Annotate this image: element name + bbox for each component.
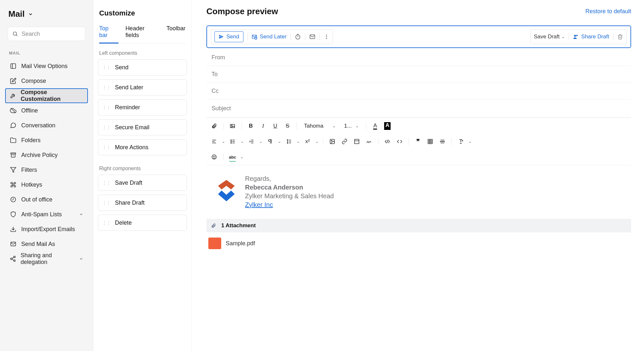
- right-components-label: Right components: [98, 159, 187, 175]
- component-send[interactable]: ⋮⋮Send: [98, 59, 187, 75]
- svg-point-11: [14, 256, 15, 258]
- bold-button[interactable]: B: [246, 121, 255, 131]
- svg-point-22: [326, 34, 327, 35]
- attachment-filename: Sample.pdf: [226, 240, 255, 247]
- component-more-actions[interactable]: ⋮⋮More Actions: [98, 139, 187, 155]
- sidebar-item-conversation[interactable]: Conversation: [5, 118, 88, 133]
- code-button[interactable]: [395, 137, 404, 146]
- sidebar-title-row[interactable]: Mail: [5, 6, 88, 27]
- more-actions-button[interactable]: [324, 34, 329, 40]
- sidebar-item-hotkeys[interactable]: Hotkeys: [5, 177, 88, 192]
- direction-button[interactable]: [266, 137, 275, 146]
- quote-button[interactable]: ❞: [413, 137, 422, 146]
- underline-button[interactable]: U: [271, 121, 280, 131]
- superscript-button[interactable]: x²: [303, 137, 312, 146]
- svg-point-23: [326, 36, 327, 37]
- component-reminder[interactable]: ⋮⋮Reminder: [98, 99, 187, 115]
- search-input[interactable]: [8, 27, 85, 41]
- text-color-button[interactable]: A: [371, 121, 380, 131]
- pdf-file-icon: [208, 238, 221, 249]
- font-family-select[interactable]: Tahoma⌄: [301, 121, 338, 131]
- sidebar-title: Mail: [8, 9, 25, 19]
- sidebar-item-send-mail-as[interactable]: Send Mail As: [5, 237, 88, 251]
- align-button[interactable]: [210, 137, 219, 146]
- svg-line-14: [12, 257, 14, 258]
- divider: [223, 153, 223, 161]
- line-height-button[interactable]: [284, 137, 293, 146]
- customize-tabs: Top bar Header fields Toolbar: [98, 25, 187, 44]
- list-button[interactable]: [228, 137, 237, 146]
- sidebar-item-out-of-office[interactable]: Out of office: [5, 192, 88, 207]
- svg-rect-5: [11, 153, 16, 154]
- sidebar-item-archive-policy[interactable]: Archive Policy: [5, 148, 88, 162]
- component-save-draft[interactable]: ⋮⋮Save Draft: [98, 175, 187, 191]
- link-button[interactable]: [340, 137, 349, 146]
- component-label: More Actions: [115, 144, 148, 151]
- sidebar-item-offline[interactable]: Offline: [5, 103, 88, 118]
- component-delete[interactable]: ⋮⋮Delete: [98, 215, 187, 231]
- svg-rect-47: [355, 139, 359, 144]
- subject-field[interactable]: Subject: [206, 100, 631, 118]
- save-draft-button[interactable]: Save Draft ⌄: [534, 34, 565, 40]
- sidebar-item-mail-view-options[interactable]: Mail View Options: [5, 59, 88, 73]
- sidebar-item-import-export[interactable]: Import/Export Emails: [5, 222, 88, 237]
- component-send-later[interactable]: ⋮⋮Send Later: [98, 79, 187, 95]
- inline-image-button[interactable]: [328, 137, 337, 146]
- sidebar-item-folders[interactable]: Folders: [5, 133, 88, 148]
- chevron-down-icon: ⌄: [240, 155, 243, 159]
- delete-button[interactable]: [617, 34, 623, 40]
- cc-field[interactable]: Cc: [206, 83, 631, 100]
- sidebar-item-compose[interactable]: Compose: [5, 73, 88, 88]
- sidebar-item-anti-spam[interactable]: Anti-Spam Lists: [5, 207, 88, 222]
- sidebar-item-filters[interactable]: Filters: [5, 162, 88, 177]
- attachment-chip[interactable]: Sample.pdf: [206, 236, 260, 249]
- html-button[interactable]: [383, 137, 392, 146]
- tab-header-fields[interactable]: Header fields: [126, 25, 159, 44]
- sidebar-item-sharing-delegation[interactable]: Sharing and delegation: [5, 251, 88, 266]
- restore-default-link[interactable]: Restore to default: [585, 8, 631, 15]
- svg-point-46: [331, 140, 332, 141]
- chevron-down-icon: [79, 257, 83, 261]
- signature-button[interactable]: [365, 137, 374, 146]
- tab-top-bar[interactable]: Top bar: [99, 25, 118, 44]
- send-button[interactable]: Send: [214, 31, 243, 42]
- emoji-button[interactable]: [210, 152, 219, 162]
- save-draft-label: Save Draft: [534, 34, 560, 40]
- sidebar-item-compose-customization[interactable]: Compose Customization: [5, 88, 88, 103]
- divider: [366, 122, 366, 130]
- compose-body[interactable]: Regards, Rebecca Anderson Zylker Marketi…: [206, 165, 631, 219]
- sidebar-item-label: Hotkeys: [21, 181, 42, 188]
- table-insert-button[interactable]: [352, 137, 361, 146]
- archive-icon: [10, 152, 17, 158]
- insert-image-button[interactable]: [228, 121, 237, 131]
- highlight-color-button[interactable]: A: [383, 121, 392, 131]
- to-field[interactable]: To: [206, 66, 631, 83]
- left-components-label: Left components: [98, 44, 187, 59]
- share-draft-button[interactable]: Share Draft: [573, 34, 609, 40]
- italic-button[interactable]: I: [259, 121, 268, 131]
- clear-format-button[interactable]: [456, 137, 465, 146]
- component-label: Send Later: [115, 84, 143, 91]
- component-secure-email[interactable]: ⋮⋮Secure Email: [98, 119, 187, 135]
- attachment-bar: 1 Attachment: [206, 219, 631, 232]
- shield-icon: [10, 211, 17, 218]
- tab-toolbar[interactable]: Toolbar: [166, 25, 185, 44]
- font-size-select[interactable]: 1...⌄: [341, 121, 361, 131]
- send-later-button[interactable]: Send Later: [251, 34, 287, 40]
- attach-icon-button[interactable]: [210, 121, 219, 131]
- secure-email-icon-button[interactable]: [309, 34, 316, 40]
- divider: [569, 33, 569, 40]
- spellcheck-button[interactable]: abc: [228, 152, 237, 162]
- hr-button[interactable]: [438, 137, 447, 146]
- indent-button[interactable]: [247, 137, 256, 146]
- grid-button[interactable]: [426, 137, 435, 146]
- component-share-draft[interactable]: ⋮⋮Share Draft: [98, 195, 187, 211]
- paperclip-icon: [211, 223, 216, 228]
- strike-button[interactable]: S: [283, 121, 292, 131]
- chevron-down-icon: ⌄: [315, 139, 318, 144]
- sig-link[interactable]: Zylker Inc: [245, 201, 273, 208]
- svg-point-34: [231, 141, 232, 142]
- chevron-down-icon: ⌄: [278, 139, 281, 144]
- from-field[interactable]: From: [206, 49, 631, 66]
- clock-icon-button[interactable]: [295, 34, 301, 40]
